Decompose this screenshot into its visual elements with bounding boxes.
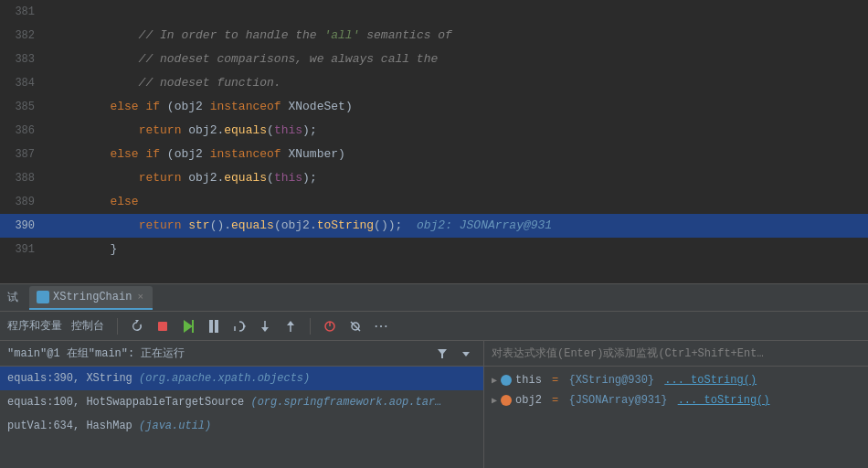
watch-eq-this: = xyxy=(545,374,566,387)
line-content-390: return str().equals(obj2.toString()); ob… xyxy=(46,214,868,238)
line-content-385: else if (obj2 instanceof XNodeSet) xyxy=(46,95,868,119)
stack-method-2: putVal:634, HashMap xyxy=(7,420,139,432)
stack-class-0: (org.apache.xpath.objects) xyxy=(139,372,310,385)
code-line-388: 388 return obj2.equals(this); xyxy=(0,166,868,190)
code-line-386: 386 return obj2.equals(this); xyxy=(0,119,868,143)
line-number-383: 383 xyxy=(0,48,46,71)
code-line-383: 383 // nodeset comparisons, we always ca… xyxy=(0,48,868,71)
svg-marker-11 xyxy=(287,321,294,325)
dropdown-button[interactable] xyxy=(456,344,476,364)
svg-rect-3 xyxy=(192,320,194,333)
debug-panel: 试 XStringChain × 程序和变量 控制台 xyxy=(0,283,868,468)
watch-list: ▶ this = {XString@930} ... toString() ▶ … xyxy=(484,367,868,468)
status-icons xyxy=(432,344,476,364)
svg-rect-5 xyxy=(215,320,218,333)
line-number-390: 390 xyxy=(0,214,46,238)
watch-arrow-this[interactable]: ▶ xyxy=(492,375,497,386)
toolbar-btn-step-over[interactable] xyxy=(229,316,249,336)
line-number-382: 382 xyxy=(0,24,46,48)
watch-eq-obj2: = xyxy=(545,394,566,407)
line-number-381: 381 xyxy=(0,0,46,24)
tab-label-short[interactable]: 试 xyxy=(7,290,18,305)
line-content-391: } xyxy=(46,238,868,261)
line-number-385: 385 xyxy=(0,95,46,119)
toolbar-separator-1 xyxy=(117,318,118,335)
file-icon xyxy=(37,291,49,303)
watch-item-obj2: ▶ obj2 = {JSONArray@931} ... toString() xyxy=(492,390,861,410)
toolbar-btn-resume[interactable] xyxy=(178,316,198,336)
toolbar-btn-stop[interactable] xyxy=(153,316,173,336)
code-line-390: 390 return str().equals(obj2.toString())… xyxy=(0,214,868,238)
line-number-387: 387 xyxy=(0,143,46,166)
eval-bar: 对表达式求值(Enter)或添加监视(Ctrl+Shift+Ent… xyxy=(484,341,868,367)
svg-marker-2 xyxy=(184,320,193,333)
line-content-386: return obj2.equals(this); xyxy=(46,119,868,143)
toolbar-label-vars: 程序和变量 xyxy=(7,318,62,334)
stack-method-1: equals:100, HotSwappableTargetSource xyxy=(7,396,250,409)
code-line-385: 385 else if (obj2 instanceof XNodeSet) xyxy=(0,95,868,119)
toolbar-btn-pause[interactable] xyxy=(204,316,224,336)
stack-item-0[interactable]: equals:390, XString (org.apache.xpath.ob… xyxy=(0,367,483,390)
line-number-391: 391 xyxy=(0,238,46,261)
left-panel: "main"@1 在组"main": 正在运行 equals:390, XStr… xyxy=(0,341,484,468)
toolbar: 程序和变量 控制台 ⋯ xyxy=(0,312,868,341)
tab-bar: 试 XStringChain × xyxy=(0,284,868,312)
toolbar-btn-rerun[interactable] xyxy=(320,316,340,336)
status-bar: "main"@1 在组"main": 正在运行 xyxy=(0,341,483,367)
watch-icon-this xyxy=(501,375,512,386)
svg-rect-1 xyxy=(158,322,167,331)
toolbar-btn-refresh[interactable] xyxy=(127,316,147,336)
watch-arrow-obj2[interactable]: ▶ xyxy=(492,395,497,406)
toolbar-label-console: 控制台 xyxy=(71,318,104,334)
watch-var-this: this xyxy=(515,374,542,387)
right-panel: 对表达式求值(Enter)或添加监视(Ctrl+Shift+Ent… ▶ thi… xyxy=(484,341,868,468)
line-content-388: return obj2.equals(this); xyxy=(46,166,868,190)
watch-var-obj2: obj2 xyxy=(515,394,542,407)
line-number-384: 384 xyxy=(0,71,46,95)
code-line-381: 381 xyxy=(0,0,868,24)
toolbar-btn-step-into[interactable] xyxy=(255,316,275,336)
watch-val-this: {XString@930} xyxy=(568,374,661,387)
watch-link-obj2[interactable]: ... toString() xyxy=(678,394,770,407)
eval-placeholder: 对表达式求值(Enter)或添加监视(Ctrl+Shift+Ent… xyxy=(492,346,764,361)
stack-item-1[interactable]: equals:100, HotSwappableTargetSource (or… xyxy=(0,390,483,414)
code-line-387: 387 else if (obj2 instanceof XNumber) xyxy=(0,143,868,166)
watch-link-this[interactable]: ... toString() xyxy=(664,374,757,387)
line-content-389: else xyxy=(46,190,868,214)
debug-content: "main"@1 在组"main": 正在运行 equals:390, XStr… xyxy=(0,341,868,468)
line-content-384: // nodeset function. xyxy=(46,71,868,95)
code-line-389: 389 else xyxy=(0,190,868,214)
stack-item-2[interactable]: putVal:634, HashMap (java.util) xyxy=(0,414,483,438)
toolbar-btn-step-out[interactable] xyxy=(281,316,301,336)
stack-class-1: (org.springframework.aop.tar… xyxy=(250,396,441,409)
tab-close-button[interactable]: × xyxy=(135,292,145,303)
toolbar-btn-more[interactable]: ⋯ xyxy=(371,316,391,336)
watch-icon-obj2 xyxy=(501,395,512,406)
editor-area: 381 382 // In order to handle the 'all' … xyxy=(0,0,868,283)
line-number-389: 389 xyxy=(0,190,46,214)
svg-marker-9 xyxy=(261,327,269,332)
stack-method-0: equals:390, XString xyxy=(7,372,139,385)
stack-list: equals:390, XString (org.apache.xpath.ob… xyxy=(0,367,483,468)
svg-marker-16 xyxy=(438,349,447,358)
status-text: "main"@1 在组"main": 正在运行 xyxy=(7,346,185,361)
line-number-386: 386 xyxy=(0,119,46,143)
code-lines: 381 382 // In order to handle the 'all' … xyxy=(0,0,868,283)
line-content-383: // nodeset comparisons, we always call t… xyxy=(46,48,868,71)
code-line-391: 391 } xyxy=(0,238,868,261)
toolbar-btn-mute[interactable] xyxy=(345,316,365,336)
svg-rect-4 xyxy=(209,320,213,333)
svg-marker-17 xyxy=(462,352,470,356)
line-content-382: // In order to handle the 'all' semantic… xyxy=(46,24,868,48)
tab-xstringchain[interactable]: XStringChain × xyxy=(29,286,153,310)
line-number-388: 388 xyxy=(0,166,46,190)
toolbar-separator-2 xyxy=(310,318,311,335)
line-content-387: else if (obj2 instanceof XNumber) xyxy=(46,143,868,166)
watch-item-this: ▶ this = {XString@930} ... toString() xyxy=(492,370,861,390)
stack-class-2: (java.util) xyxy=(139,420,211,432)
tab-label: XStringChain xyxy=(53,291,132,303)
watch-val-obj2: {JSONArray@931} xyxy=(568,394,673,407)
code-line-382: 382 // In order to handle the 'all' sema… xyxy=(0,24,868,48)
code-line-384: 384 // nodeset function. xyxy=(0,71,868,95)
filter-button[interactable] xyxy=(432,344,452,364)
